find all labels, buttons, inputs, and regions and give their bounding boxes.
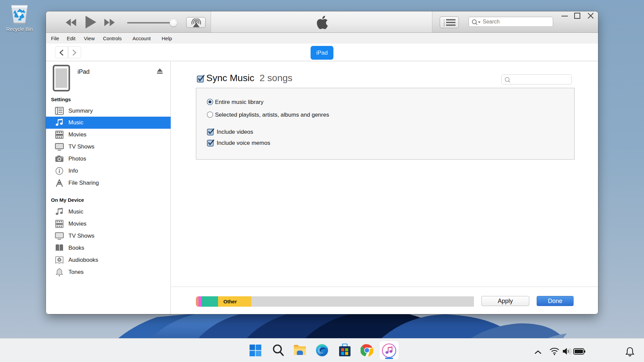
svg-text:2: 2 xyxy=(443,22,445,24)
svg-text:3: 3 xyxy=(443,24,445,26)
svg-text:1: 1 xyxy=(443,19,445,21)
